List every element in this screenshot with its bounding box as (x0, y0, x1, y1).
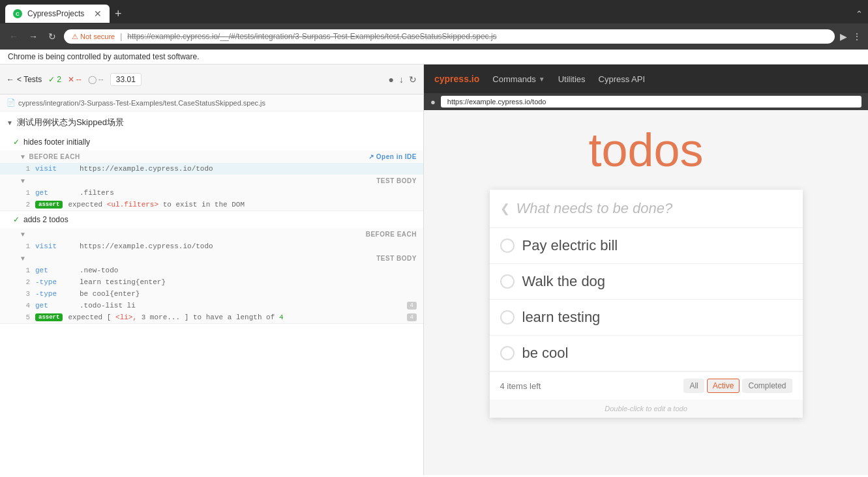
todo-filters: All Active Completed (683, 379, 792, 393)
cypress-test-runner: ← < Tests ✓ 2 ✕ -- ◯ -- 33.01 ● ↓ ↻ (0, 65, 424, 475)
filter-all-button[interactable]: All (683, 379, 704, 393)
todo-item-3: learn testing (490, 300, 803, 336)
todo-footer: 4 items left All Active Completed (490, 371, 803, 399)
command-row: 1 get .filters (0, 187, 423, 199)
app-preview-panel: cypress.io Commands ▼ Utilities Cypress … (424, 65, 868, 475)
automation-warning-bar: Chrome is being controlled by automated … (0, 50, 868, 65)
app-navigation: cypress.io Commands ▼ Utilities Cypress … (424, 65, 868, 93)
pending-stat: ◯ -- (88, 75, 104, 84)
pin-icon: ↓ (399, 74, 404, 85)
command-row: 1 visit https://example.cypress.io/todo (0, 240, 423, 252)
todo-title: todos (437, 123, 855, 177)
fail-stat: ✕ -- (68, 75, 82, 84)
suite-header: ▼ 测试用例状态为Skipped场景 (0, 111, 423, 134)
todo-list: Pay electric bill Walk the dog learn tes… (490, 228, 803, 371)
test-content: ▼ 测试用例状态为Skipped场景 ✓ hides footer initia… (0, 111, 423, 475)
pass-icon-1: ✓ (13, 137, 20, 147)
pass-icon-2: ✓ (13, 215, 20, 224)
test-body-section-1: ▼ TEST BODY 1 get .filters 2 assert expe… (0, 175, 423, 210)
back-button[interactable]: ← (7, 30, 21, 43)
command-row-assert-1: 2 assert expected <ul.filters> to exist … (0, 199, 423, 210)
command-row: 3 -type be cool{enter} (0, 288, 423, 300)
open-in-ide-button[interactable]: ↗ Open in IDE (368, 153, 417, 160)
command-row: 2 -type learn testing{enter} (0, 276, 423, 288)
pass-stat: ✓ 2 (48, 75, 61, 84)
brand-logo: cypress.io (434, 74, 479, 84)
dropdown-arrow-icon: ▼ (539, 76, 545, 83)
refresh-icon[interactable]: ↻ (409, 74, 417, 85)
cast-icon: ▶ (840, 31, 847, 42)
test-body-header-1: ▼ TEST BODY (0, 175, 423, 187)
test-item-1: ✓ hides footer initially ▼ BEFORE EACH ↗… (0, 134, 423, 211)
main-layout: ← < Tests ✓ 2 ✕ -- ◯ -- 33.01 ● ↓ ↻ (0, 65, 868, 475)
back-to-tests-button[interactable]: ← < Tests (7, 75, 42, 84)
todo-edit-note: Double-click to edit a todo (490, 399, 803, 418)
browser-chrome: C CypressProjects ✕ + ⌃ ← → ↻ ⚠ Not secu… (0, 0, 868, 50)
address-bar-row: ← → ↻ ⚠ Not secure | https://example.cyp… (0, 23, 868, 50)
tab-bar: C CypressProjects ✕ + ⌃ (0, 0, 868, 23)
todo-text-2: Walk the dog (522, 273, 606, 290)
checkmark-icon: ✓ (48, 75, 55, 84)
before-each-section-1: ▼ BEFORE EACH ↗ Open in IDE 1 visit http… (0, 151, 423, 175)
before-each-header-1: ▼ BEFORE EACH ↗ Open in IDE (0, 151, 423, 163)
todo-text-3: learn testing (522, 309, 601, 326)
command-row: 4 get .todo-list li 4 (0, 300, 423, 311)
runner-icons: ● ↓ ↻ (389, 74, 417, 85)
todo-item-4: be cool (490, 336, 803, 371)
before-each-header-2: ▼ BEFORE EACH (0, 228, 423, 240)
todo-text-4: be cool (522, 345, 569, 362)
todo-chevron-icon: ❮ (500, 201, 510, 216)
command-row-assert-2: 5 assert expected [ <li>, 3 more... ] to… (0, 311, 423, 323)
forward-button[interactable]: → (26, 30, 40, 43)
todo-checkbox-4[interactable] (500, 346, 515, 360)
todo-checkbox-2[interactable] (500, 274, 515, 289)
file-icon: 📄 (7, 98, 16, 107)
test-body-section-2: ▼ TEST BODY 1 get .new-todo 2 -type lear… (0, 252, 423, 323)
commands-nav-item[interactable]: Commands ▼ (492, 74, 545, 84)
collapse-icon: ▼ (20, 153, 26, 160)
runner-header: ← < Tests ✓ 2 ✕ -- ◯ -- 33.01 ● ↓ ↻ (0, 65, 423, 94)
menu-icon: ⋮ (852, 31, 861, 42)
test-header-2[interactable]: ✓ adds 2 todos (0, 211, 423, 228)
app-preview-bar: ● https://example.cypress.io/todo (424, 93, 868, 110)
filter-completed-button[interactable]: Completed (742, 379, 792, 393)
todo-checkbox-1[interactable] (500, 238, 515, 253)
before-each-section-2: ▼ BEFORE EACH 1 visit https://example.cy… (0, 228, 423, 252)
reload-button[interactable]: ↻ (46, 30, 59, 43)
warning-triangle-icon: ⚠ (72, 33, 78, 41)
tab-close-button[interactable]: ✕ (94, 8, 102, 19)
todo-input-area: ❮ What needs to be done? (490, 190, 803, 228)
tab-title: CypressProjects (27, 9, 89, 18)
app-url-display: https://example.cypress.io/todo (441, 96, 861, 108)
todo-item-1: Pay electric bill (490, 228, 803, 264)
back-arrow-icon: ← (7, 75, 14, 84)
todo-checkbox-3[interactable] (500, 310, 515, 325)
dot-icon: ● (389, 74, 394, 85)
external-link-icon: ↗ (368, 153, 374, 160)
test-item-2: ✓ adds 2 todos ▼ BEFORE EACH 1 visit htt… (0, 211, 423, 324)
utilities-nav-item[interactable]: Utilities (558, 74, 586, 84)
todo-text-1: Pay electric bill (522, 237, 618, 254)
tab-favicon: C (13, 9, 22, 18)
active-tab[interactable]: C CypressProjects ✕ (5, 5, 110, 23)
cross-icon: ✕ (68, 75, 74, 84)
address-url: https://example.cypress.io/__/#/tests/in… (127, 32, 496, 41)
todo-input-placeholder[interactable]: What needs to be done? (516, 200, 673, 217)
globe-icon: ● (430, 97, 436, 107)
todo-count: 4 items left (500, 381, 684, 391)
todo-container: ❮ What needs to be done? Pay electric bi… (490, 190, 803, 418)
address-bar[interactable]: ⚠ Not secure | https://example.cypress.i… (64, 29, 835, 44)
suite-collapse-icon[interactable]: ▼ (7, 119, 13, 126)
new-tab-button[interactable]: + (115, 7, 122, 21)
filter-active-button[interactable]: Active (707, 379, 740, 393)
collapse-icon-3: ▼ (20, 231, 26, 238)
security-warning: ⚠ Not secure (72, 33, 115, 41)
todo-item-2: Walk the dog (490, 264, 803, 300)
test-header-1[interactable]: ✓ hides footer initially (0, 134, 423, 151)
command-row: 1 get .new-todo (0, 265, 423, 276)
command-row: 1 visit https://example.cypress.io/todo (0, 163, 423, 175)
file-path: 📄 cypress/integration/3-Surpass-Test-Exa… (0, 94, 423, 111)
cypress-api-nav-item[interactable]: Cypress API (599, 74, 646, 84)
todo-application: todos ❮ What needs to be done? Pay elect… (424, 110, 868, 475)
address-right-icons: ▶ ⋮ (840, 31, 861, 42)
